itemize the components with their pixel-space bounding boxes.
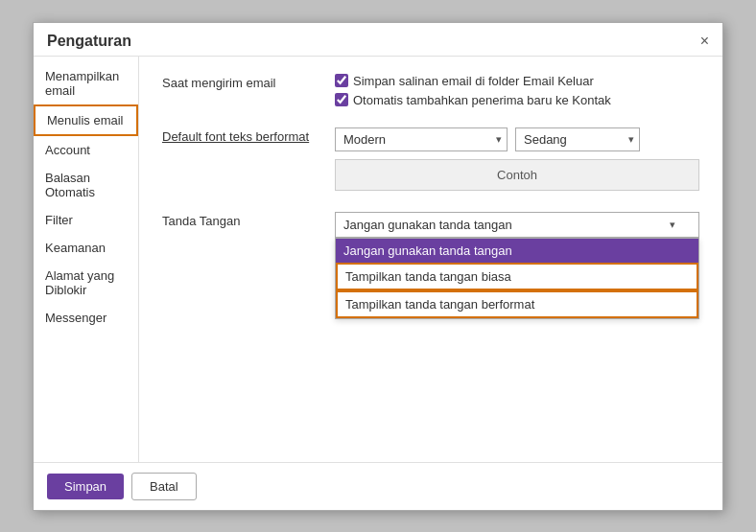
tanda-tangan-row: Tanda Tangan Jangan gunakan tanda tangan… (162, 212, 699, 238)
checkbox-row-2: Otomatis tambahkan penerima baru ke Kont… (335, 93, 699, 107)
sidebar-item-menampilkan-email[interactable]: Menampilkan email (34, 62, 138, 104)
dialog-footer: Simpan Batal (34, 462, 722, 510)
tanda-tangan-dropdown-container: Jangan gunakan tanda tangan Jangan gunak… (335, 212, 699, 238)
saat-mengirim-controls: Simpan salinan email di folder Email Kel… (335, 74, 699, 112)
font-select-wrapper: Modern (335, 127, 508, 151)
checkbox-tambah-label: Otomatis tambahkan penerima baru ke Kont… (353, 93, 611, 107)
checkbox-tambah-kontak[interactable] (335, 93, 348, 106)
checkbox-row-1: Simpan salinan email di folder Email Kel… (335, 74, 699, 88)
content-area: Saat mengirim email Simpan salinan email… (139, 57, 722, 462)
font-select[interactable]: Modern (335, 127, 508, 151)
save-button[interactable]: Simpan (47, 474, 124, 499)
size-select[interactable]: Sedang (515, 127, 640, 151)
dropdown-option-berformat[interactable]: Tampilkan tanda tangan berformat (336, 290, 698, 318)
dialog-title: Pengaturan (47, 33, 131, 50)
checkbox-salin-email[interactable] (335, 74, 348, 87)
size-select-wrapper: Sedang (515, 127, 640, 151)
sidebar-item-messenger[interactable]: Messenger (34, 304, 138, 332)
dialog-body: Menampilkan email Menulis email Account … (34, 57, 722, 462)
checkbox-salin-label: Simpan salinan email di folder Email Kel… (353, 74, 594, 88)
cancel-button[interactable]: Batal (131, 473, 197, 500)
saat-mengirim-label: Saat mengirim email (162, 74, 335, 90)
sidebar-item-alamat-diblokir[interactable]: Alamat yang Diblokir (34, 262, 138, 304)
dialog-header: Pengaturan × (34, 23, 722, 57)
sidebar-item-keamanan[interactable]: Keamanan (34, 234, 138, 262)
tanda-tangan-selected[interactable]: Jangan gunakan tanda tangan (335, 212, 699, 238)
tanda-tangan-label: Tanda Tangan (162, 212, 335, 228)
dropdown-option-biasa[interactable]: Tampilkan tanda tangan biasa (336, 263, 698, 290)
close-button[interactable]: × (700, 34, 709, 49)
font-preview: Contoh (335, 159, 699, 191)
sidebar: Menampilkan email Menulis email Account … (34, 57, 139, 462)
sidebar-item-balasan-otomatis[interactable]: Balasan Otomatis (34, 164, 138, 206)
sidebar-item-account[interactable]: Account (34, 136, 138, 164)
default-font-row: Default font teks berformat Modern Sedan… (162, 127, 699, 197)
font-controls: Modern Sedang Contoh (335, 127, 699, 197)
tanda-tangan-dropdown-list: Jangan gunakan tanda tangan Tampilkan ta… (335, 238, 699, 319)
sidebar-item-menulis-email[interactable]: Menulis email (34, 104, 138, 136)
settings-dialog: Pengaturan × Menampilkan email Menulis e… (33, 22, 723, 511)
font-selector-row: Modern Sedang (335, 127, 699, 151)
saat-mengirim-row: Saat mengirim email Simpan salinan email… (162, 74, 699, 112)
sidebar-item-filter[interactable]: Filter (34, 206, 138, 234)
dropdown-option-none[interactable]: Jangan gunakan tanda tangan (336, 239, 698, 263)
default-font-label[interactable]: Default font teks berformat (162, 127, 335, 144)
